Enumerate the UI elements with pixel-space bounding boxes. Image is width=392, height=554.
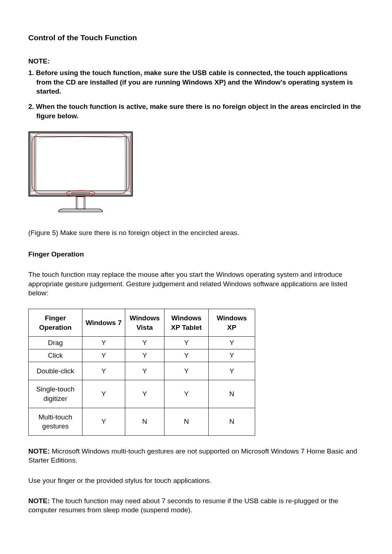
figure-monitor — [28, 131, 364, 217]
note-label: NOTE: — [28, 497, 50, 505]
compatibility-table: Finger Operation Windows 7 Windows Vista… — [28, 309, 255, 436]
th-windows-xp: Windows XP — [209, 309, 255, 337]
table-cell: Y — [209, 337, 255, 349]
table-cell: Y — [82, 362, 125, 380]
table-cell: N — [209, 380, 255, 408]
finger-operation-heading: Finger Operation — [28, 250, 364, 259]
table-cell: Y — [125, 337, 164, 349]
table-cell: Y — [164, 380, 209, 408]
table-header-row: Finger Operation Windows 7 Windows Vista… — [29, 309, 255, 337]
intro-paragraph: The touch function may replace the mouse… — [28, 270, 364, 298]
table-cell: N — [125, 408, 164, 435]
svg-rect-1 — [30, 134, 131, 194]
table-cell: N — [209, 408, 255, 435]
svg-rect-0 — [29, 132, 132, 196]
table-cell: Y — [82, 349, 125, 362]
table-row: Single-touch digitizerYYYN — [29, 380, 255, 408]
note-list: 1. Before using the touch function, make… — [28, 68, 364, 120]
table-cell: Y — [209, 349, 255, 362]
note-resume-text: The touch function may need about 7 seco… — [28, 497, 338, 514]
table-cell: N — [164, 408, 209, 435]
table-row: Double-clickYYYY — [29, 362, 255, 380]
table-cell: Y — [164, 337, 209, 349]
use-finger-para: Use your finger or the provided stylus f… — [28, 476, 364, 485]
table-cell: Y — [164, 362, 209, 380]
note-multitouch: NOTE: Microsoft Windows multi-touch gest… — [28, 447, 364, 465]
document-page: Control of the Touch Function NOTE: 1. B… — [28, 33, 364, 554]
svg-rect-2 — [35, 136, 126, 191]
table-row: ClickYYYY — [29, 349, 255, 362]
table-cell: Y — [125, 380, 164, 408]
note-multitouch-text: Microsoft Windows multi-touch gestures a… — [28, 447, 357, 464]
note-item-2: 2. When the touch function is active, ma… — [28, 102, 364, 120]
table-cell: Double-click — [29, 362, 82, 380]
table-cell: Y — [82, 408, 125, 435]
table-cell: Single-touch digitizer — [29, 380, 82, 408]
monitor-illustration — [28, 131, 134, 215]
table-row: Multi-touch gesturesYNNN — [29, 408, 255, 435]
table-cell: Y — [82, 380, 125, 408]
svg-rect-3 — [32, 134, 129, 194]
note-item-1: 1. Before using the touch function, make… — [28, 68, 364, 96]
table-cell: Y — [125, 349, 164, 362]
table-cell: Click — [29, 349, 82, 362]
table-cell: Drag — [29, 337, 82, 349]
figure-caption: (Figure 5) Make sure there is no foreign… — [28, 228, 364, 238]
th-windows-xp-tablet: Windows XP Tablet — [164, 309, 209, 337]
table-cell: Y — [164, 349, 209, 362]
table-body: DragYYYYClickYYYYDouble-clickYYYYSingle-… — [29, 337, 255, 435]
table-cell: Y — [82, 337, 125, 349]
table-cell: Y — [125, 362, 164, 380]
page-title: Control of the Touch Function — [28, 33, 364, 43]
th-finger-operation: Finger Operation — [29, 309, 82, 337]
note-label: NOTE: — [28, 447, 50, 455]
table-cell: Multi-touch gestures — [29, 408, 82, 435]
th-windows-7: Windows 7 — [82, 309, 125, 337]
table-cell: Y — [209, 362, 255, 380]
note-resume: NOTE: The touch function may need about … — [28, 496, 364, 515]
note-header: NOTE: — [28, 57, 364, 66]
table-row: DragYYYY — [29, 337, 255, 349]
th-windows-vista: Windows Vista — [125, 309, 164, 337]
